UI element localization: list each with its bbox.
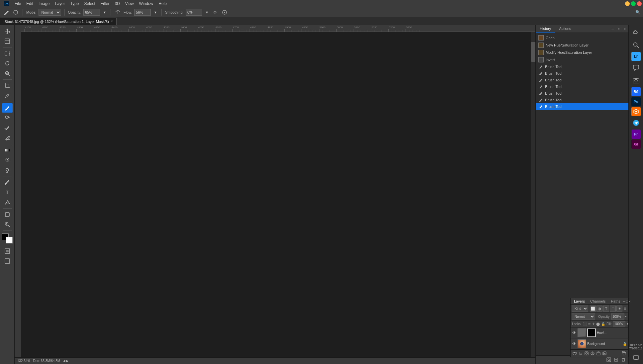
tool-artboard[interactable] (2, 37, 13, 46)
history-item-active[interactable]: Brush Tool (536, 103, 628, 110)
window-maximize[interactable] (631, 1, 636, 6)
document-tab[interactable]: iStock-614737048.jpg @ 132% (Hue/Saturat… (0, 18, 117, 25)
tab-close[interactable]: × (111, 20, 113, 23)
history-item[interactable]: Brush Tool (536, 63, 628, 70)
fill-input[interactable] (613, 321, 625, 326)
telegram-icon[interactable] (630, 117, 642, 129)
lock-pixels-btn[interactable]: ✏ (588, 321, 591, 326)
layers-panel-menu[interactable]: ≡ (623, 306, 627, 311)
filter-shape-icon[interactable]: ◻ (610, 306, 616, 312)
menu-window[interactable]: Window (137, 0, 156, 7)
tool-quick-select[interactable] (2, 69, 13, 78)
history-item[interactable]: Brush Tool (536, 77, 628, 83)
lock-all-btn[interactable]: 🔒 (601, 321, 605, 326)
panel-menu[interactable]: ≡ (616, 27, 621, 31)
layer-visibility-2[interactable]: 👁 (572, 341, 577, 346)
stock-icon[interactable] (631, 107, 641, 116)
new-doc-from-state-btn[interactable] (613, 357, 619, 363)
panel-close[interactable]: × (622, 27, 627, 31)
mode-select[interactable]: Normal Multiply Screen (39, 9, 61, 16)
blend-mode-select[interactable]: Normal Multiply Screen (572, 314, 595, 319)
filter-adj-icon[interactable]: ◑ (597, 306, 602, 312)
photoshop-icon[interactable]: Ps (631, 97, 641, 106)
lock-transparent-btn[interactable]: ⬛ (583, 321, 587, 326)
tool-clone[interactable] (2, 113, 13, 123)
menu-help[interactable]: Help (156, 0, 169, 7)
scroll-v-thumb[interactable] (531, 42, 535, 62)
scroll-v[interactable] (531, 32, 535, 359)
tool-quick-mask[interactable] (2, 246, 13, 256)
menu-view[interactable]: View (123, 0, 137, 7)
tool-pen[interactable] (2, 178, 13, 187)
tool-blur[interactable] (2, 155, 13, 165)
new-group-btn[interactable] (596, 351, 601, 356)
tool-move[interactable] (2, 27, 13, 36)
link-layers-btn[interactable] (572, 351, 577, 356)
premiere-icon[interactable]: Pr (631, 130, 641, 139)
tool-gradient[interactable] (2, 145, 13, 155)
layers-collapse[interactable]: ─ (623, 300, 625, 303)
smoothing-settings[interactable]: ⚙ (212, 9, 219, 16)
window-close[interactable] (637, 1, 642, 6)
history-item[interactable]: Brush Tool (536, 70, 628, 77)
tool-history-brush[interactable] (2, 123, 13, 133)
tool-eyedropper[interactable] (2, 91, 13, 100)
tool-eraser[interactable] (2, 133, 13, 142)
tab-channels[interactable]: Channels (588, 298, 608, 304)
opacity-input[interactable] (611, 314, 624, 319)
behance-icon[interactable]: Bē (631, 87, 641, 96)
smoothing-dropdown[interactable]: ▾ (204, 10, 210, 15)
pressure-icon[interactable] (221, 9, 228, 16)
delete-layer-btn[interactable] (621, 351, 627, 356)
add-mask-btn[interactable] (584, 351, 589, 356)
tool-zoom[interactable] (2, 220, 13, 229)
airbrush-toggle[interactable] (114, 9, 122, 16)
layer-effects-btn[interactable]: fx (578, 351, 583, 356)
tool-path-select[interactable] (2, 198, 13, 207)
window-minimize[interactable] (625, 1, 630, 6)
panel-collapse[interactable]: ─ (610, 27, 615, 31)
background-color[interactable] (6, 237, 13, 243)
cloud-icon[interactable] (630, 27, 642, 39)
kind-filter-select[interactable]: Kind (572, 306, 588, 312)
new-snapshot-btn[interactable] (606, 357, 612, 363)
lock-position-btn[interactable]: ✛ (592, 321, 595, 326)
search-panel-icon[interactable] (630, 39, 642, 51)
tool-lasso[interactable] (2, 59, 13, 68)
tool-screen-mode[interactable] (2, 256, 13, 266)
lightroom-icon[interactable]: Lr (631, 52, 641, 61)
tool-dodge[interactable] (2, 165, 13, 175)
scroll-arrows[interactable]: ◀▶ (63, 359, 69, 363)
menu-ps[interactable]: Ps (1, 0, 12, 7)
history-item[interactable]: Invert (536, 56, 628, 63)
menu-filter[interactable]: Filter (98, 0, 112, 7)
xd-icon[interactable]: Xd (631, 139, 641, 149)
tab-history[interactable]: History (536, 25, 555, 33)
tab-actions[interactable]: Actions (555, 25, 575, 33)
layers-expand[interactable]: □ (626, 300, 628, 303)
history-item[interactable]: Brush Tool (536, 83, 628, 90)
tab-paths[interactable]: Paths (608, 298, 623, 304)
history-item[interactable]: Modify Hue/Saturation Layer (536, 49, 628, 56)
menu-3d[interactable]: 3D (112, 0, 122, 7)
tool-crop[interactable] (2, 81, 13, 90)
tab-layers[interactable]: Layers (571, 298, 588, 304)
menu-type[interactable]: Type (67, 0, 81, 7)
brush-size-icon[interactable] (12, 9, 19, 16)
fill-chevron[interactable]: ▾ (627, 322, 628, 325)
opacity-dropdown[interactable]: ▾ (102, 10, 107, 15)
smoothing-input[interactable] (186, 9, 202, 16)
layers-close[interactable]: × (629, 300, 631, 303)
history-item[interactable]: Brush Tool (536, 90, 628, 97)
messages-icon[interactable] (630, 352, 642, 364)
opacity-input[interactable] (83, 9, 100, 16)
menu-select[interactable]: Select (81, 0, 98, 7)
opacity-chevron[interactable]: ▾ (625, 315, 627, 318)
history-item[interactable]: New Hue/Saturation Layer (536, 42, 628, 49)
capture-icon[interactable] (630, 74, 642, 86)
delete-state-btn[interactable] (620, 357, 626, 363)
search-icon[interactable]: 🔍 (635, 10, 640, 15)
new-layer-btn[interactable] (602, 351, 607, 356)
menu-file[interactable]: File (12, 0, 24, 7)
history-item[interactable]: Open (536, 34, 628, 42)
